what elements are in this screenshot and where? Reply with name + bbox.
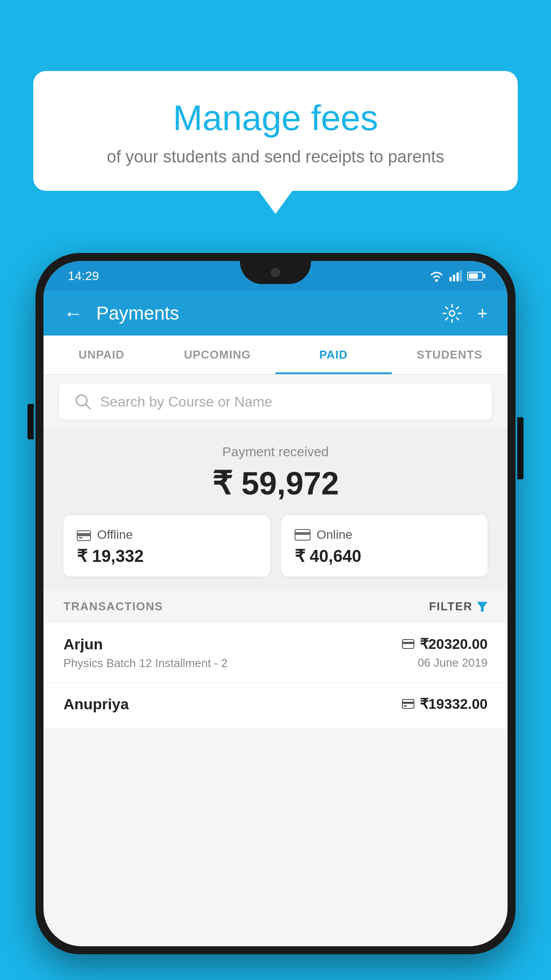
speech-bubble-subtitle: of your students and send receipts to pa… [55,147,496,166]
card-icon [402,639,414,649]
transaction-date: 06 June 2019 [402,656,488,670]
amount-row: ₹20320.00 [402,636,488,652]
filter-label: FILTER [429,600,472,613]
svg-rect-18 [404,705,407,707]
transaction-list: Arjun Physics Batch 12 Installment - 2 ₹… [43,623,508,729]
header-icons: + [442,304,488,324]
svg-rect-3 [457,273,459,281]
search-placeholder: Search by Course or Name [100,394,272,410]
transaction-details: Physics Batch 12 Installment - 2 [63,656,402,670]
filter-button[interactable]: FILTER [429,600,488,613]
notch [240,261,311,284]
online-card-header: Online [295,528,475,542]
battery-icon [467,272,483,281]
tab-upcoming[interactable]: UPCOMING [160,336,276,374]
table-row[interactable]: Arjun Physics Batch 12 Installment - 2 ₹… [43,623,508,683]
svg-rect-9 [77,533,91,536]
speech-bubble-title: Manage fees [55,98,496,138]
tab-unpaid[interactable]: UNPAID [43,336,160,374]
svg-rect-12 [295,532,310,535]
payment-summary: Payment received ₹ 59,972 Offline [43,429,508,590]
offline-card: Offline ₹ 19,332 [63,515,270,577]
phone-outer: 14:29 [35,253,516,954]
settings-icon[interactable] [442,304,462,323]
amount-row: ₹19332.00 [402,695,488,712]
status-icons [429,270,483,282]
offline-amount: ₹ 19,332 [77,546,257,566]
header-title: Payments [96,303,442,324]
offline-icon [77,529,91,541]
filter-icon [477,602,488,612]
transaction-right: ₹20320.00 06 June 2019 [402,636,488,670]
svg-point-5 [449,311,455,316]
offline-payment-icon [402,699,414,709]
add-button[interactable]: + [477,304,488,324]
signal-icon [449,271,462,281]
transactions-label: TRANSACTIONS [63,600,163,613]
svg-line-7 [86,404,90,409]
transaction-right: ₹19332.00 [402,695,488,716]
search-icon [75,393,91,410]
back-button[interactable]: ← [63,302,83,324]
svg-point-0 [435,279,438,282]
tab-paid[interactable]: PAID [276,336,392,374]
transactions-header: TRANSACTIONS FILTER [43,590,508,623]
svg-rect-4 [460,271,462,281]
svg-rect-1 [449,277,452,281]
transaction-amount: ₹19332.00 [420,695,488,712]
tab-students[interactable]: STUDENTS [392,336,508,374]
search-bar[interactable]: Search by Course or Name [59,383,492,420]
transaction-name: Anupriya [63,695,402,713]
svg-rect-15 [402,642,414,644]
camera [271,268,280,277]
transaction-amount: ₹20320.00 [420,636,488,652]
payment-total-amount: ₹ 59,972 [63,465,488,502]
svg-rect-17 [402,702,414,704]
table-row[interactable]: Anupriya ₹19332.00 [43,683,508,729]
wifi-icon [429,270,444,282]
phone-inner: 14:29 [43,261,508,946]
payment-cards: Offline ₹ 19,332 Online ₹ [63,515,488,577]
tabs-bar: UNPAID UPCOMING PAID STUDENTS [43,336,508,375]
svg-rect-2 [453,275,455,281]
app-header: ← Payments + [43,291,508,336]
transaction-left: Arjun Physics Batch 12 Installment - 2 [63,636,402,670]
status-time: 14:29 [68,269,99,283]
battery-fill [469,273,478,279]
online-icon [295,529,311,541]
svg-marker-13 [477,602,488,612]
svg-rect-10 [79,537,83,538]
status-bar: 14:29 [43,261,508,291]
online-card: Online ₹ 40,640 [281,515,488,577]
transaction-name: Arjun [63,636,402,653]
offline-card-header: Offline [77,528,257,542]
search-container: Search by Course or Name [43,375,508,429]
transaction-left: Anupriya [63,695,402,716]
phone-wrapper: 14:29 [35,253,516,980]
online-label: Online [317,528,353,542]
speech-bubble: Manage fees of your students and send re… [33,71,518,191]
offline-label: Offline [97,528,133,542]
payment-received-label: Payment received [63,444,488,459]
online-amount: ₹ 40,640 [295,546,475,566]
